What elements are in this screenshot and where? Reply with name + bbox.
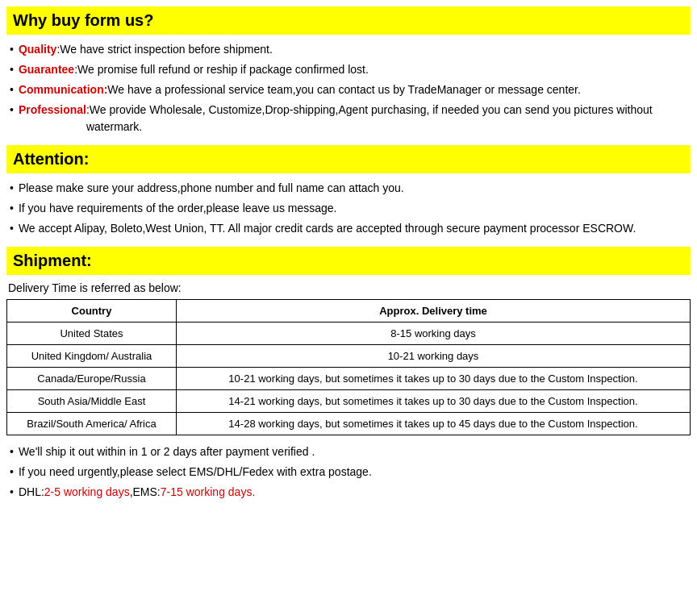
table-row: Canada/Europe/Russia 10-21 working days,… bbox=[7, 368, 691, 390]
delivery-time-header: Approx. Delivery time bbox=[177, 300, 691, 323]
attention-section: Attention: Please make sure your address… bbox=[6, 145, 691, 237]
country-uk-au: United Kingdom/ Australia bbox=[7, 345, 177, 368]
why-buy-header: Why buy form us? bbox=[6, 6, 691, 35]
professional-text: :We provide Wholesale, Customize,Drop-sh… bbox=[86, 102, 687, 135]
guarantee-label: Guarantee bbox=[19, 61, 74, 78]
delivery-south-asia: 14-21 working days, but sometimes it tak… bbox=[177, 390, 691, 413]
ship-bullet-1: We'll ship it out within in 1 or 2 days … bbox=[10, 443, 687, 460]
attention-bullet-3: We accept Alipay, Boleto,West Union, TT.… bbox=[10, 220, 687, 237]
ship-text-2: If you need urgently,please select EMS/D… bbox=[19, 464, 372, 481]
ship-text-3-prefix: DHL: bbox=[19, 484, 44, 501]
shipment-section: Shipment: Delivery Time is referred as b… bbox=[6, 247, 691, 501]
guarantee-bullet: Guarantee:We promise full refund or resh… bbox=[10, 61, 687, 78]
attention-bullet-1: Please make sure your address,phone numb… bbox=[10, 180, 687, 197]
delivery-brazil: 14-28 working days, but sometimes it tak… bbox=[177, 413, 691, 435]
guarantee-text: :We promise full refund or reship if pac… bbox=[74, 61, 369, 78]
delivery-uk-au: 10-21 working days bbox=[177, 345, 691, 368]
communication-bullet: Communication: We have a professional se… bbox=[10, 81, 687, 98]
table-header-row: Country Approx. Delivery time bbox=[7, 300, 691, 323]
country-header: Country bbox=[7, 300, 177, 323]
delivery-canada-europe: 10-21 working days, but sometimes it tak… bbox=[177, 368, 691, 390]
table-row: United Kingdom/ Australia 10-21 working … bbox=[7, 345, 691, 368]
professional-label: Professional bbox=[19, 102, 86, 119]
dhl-highlight: 2-5 working days bbox=[44, 484, 130, 501]
country-canada-europe: Canada/Europe/Russia bbox=[7, 368, 177, 390]
country-brazil: Brazil/South America/ Africa bbox=[7, 413, 177, 435]
shipment-header: Shipment: bbox=[6, 247, 691, 275]
communication-label: Communication: bbox=[19, 81, 107, 98]
delivery-us: 8-15 working days bbox=[177, 323, 691, 345]
attention-text-3: We accept Alipay, Boleto,West Union, TT.… bbox=[19, 220, 636, 237]
communication-text: We have a professional service team,you … bbox=[107, 81, 581, 98]
attention-bullet-2: If you have requirements of the order,pl… bbox=[10, 200, 687, 217]
delivery-table: Country Approx. Delivery time United Sta… bbox=[6, 299, 691, 435]
shipment-footer: We'll ship it out within in 1 or 2 days … bbox=[6, 443, 691, 501]
ship-text-3-mid: ,EMS: bbox=[130, 484, 161, 501]
country-south-asia: South Asia/Middle East bbox=[7, 390, 177, 413]
why-buy-content: Quality:We have strict inspection before… bbox=[6, 41, 691, 135]
why-buy-section: Why buy form us? Quality:We have strict … bbox=[6, 6, 691, 135]
quality-label: Quality bbox=[19, 41, 56, 58]
ship-bullet-2: If you need urgently,please select EMS/D… bbox=[10, 464, 687, 481]
country-us: United States bbox=[7, 323, 177, 345]
ship-bullet-3: DHL:2-5 working days,EMS:7-15 working da… bbox=[10, 484, 687, 501]
quality-bullet: Quality:We have strict inspection before… bbox=[10, 41, 687, 58]
attention-header: Attention: bbox=[6, 145, 691, 173]
attention-content: Please make sure your address,phone numb… bbox=[6, 180, 691, 237]
delivery-intro: Delivery Time is referred as below: bbox=[6, 281, 691, 294]
attention-text-2: If you have requirements of the order,pl… bbox=[19, 200, 337, 217]
ems-highlight: 7-15 working days. bbox=[161, 484, 256, 501]
quality-text: :We have strict inspection before shipme… bbox=[56, 41, 272, 58]
table-row: United States 8-15 working days bbox=[7, 323, 691, 345]
attention-text-1: Please make sure your address,phone numb… bbox=[19, 180, 404, 197]
professional-bullet: Professional:We provide Wholesale, Custo… bbox=[10, 102, 687, 135]
ship-text-1: We'll ship it out within in 1 or 2 days … bbox=[19, 443, 315, 460]
table-row: Brazil/South America/ Africa 14-28 worki… bbox=[7, 413, 691, 435]
table-row: South Asia/Middle East 14-21 working day… bbox=[7, 390, 691, 413]
